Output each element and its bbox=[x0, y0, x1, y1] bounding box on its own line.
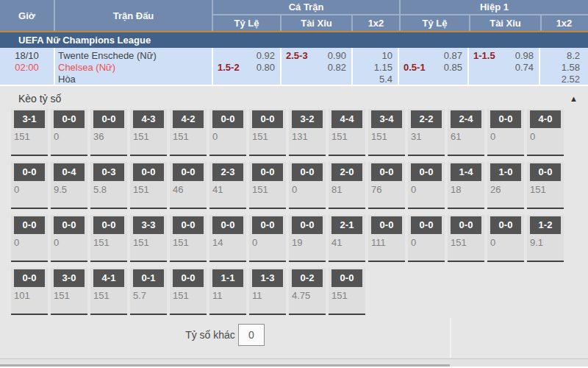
score-cell[interactable]: 3-4151 bbox=[368, 109, 405, 156]
score-cell[interactable]: 0-076 bbox=[368, 162, 405, 209]
score-cell[interactable]: 4-4151 bbox=[329, 109, 365, 156]
score-odds: 0 bbox=[487, 128, 524, 142]
score-cell[interactable]: 0-0151 bbox=[130, 162, 167, 209]
ht-over-odds[interactable]: 0.98 bbox=[515, 50, 534, 62]
score-cell[interactable]: 1-026 bbox=[487, 162, 524, 209]
draw-label[interactable]: Hòa bbox=[58, 74, 212, 85]
full-time-over-under-cell: 2.5-30.90 0.82 bbox=[282, 48, 353, 85]
score-cell[interactable]: 3-3151 bbox=[130, 215, 167, 262]
ht-1x2-home-odds[interactable]: 8.2 bbox=[540, 50, 580, 62]
score-cell[interactable]: 0-00 bbox=[487, 215, 524, 262]
ft-hdp-home-odds[interactable]: 0.92 bbox=[257, 50, 275, 62]
home-team[interactable]: Twente Enschede (Nữ) bbox=[58, 50, 212, 62]
score-cell[interactable]: 3-2131 bbox=[289, 109, 326, 156]
score-odds: 151 bbox=[329, 128, 365, 142]
score-cell[interactable]: 0-00 bbox=[51, 215, 87, 262]
other-score-input[interactable] bbox=[238, 324, 265, 346]
score-cell[interactable]: 1-311 bbox=[249, 268, 286, 315]
ht-1x2-away-odds[interactable]: 1.58 bbox=[540, 62, 580, 74]
score-cell[interactable]: 2-231 bbox=[408, 109, 445, 156]
score-cell[interactable]: 2-141 bbox=[329, 215, 365, 262]
score-cell[interactable]: 0-00 bbox=[11, 215, 48, 262]
score-cell[interactable]: 0-0101 bbox=[11, 268, 48, 315]
match-date: 18/10 bbox=[0, 50, 54, 62]
score-cell[interactable]: 2-461 bbox=[448, 109, 484, 156]
score-cell[interactable]: 0-0151 bbox=[249, 162, 286, 209]
score-cell[interactable]: 0-036 bbox=[90, 109, 127, 156]
score-cell[interactable]: 0-0151 bbox=[90, 215, 127, 262]
ft-under-odds[interactable]: 0.82 bbox=[328, 62, 346, 74]
ht-under-odds[interactable]: 0.74 bbox=[515, 62, 534, 74]
score-cell[interactable]: 3-0151 bbox=[51, 268, 87, 315]
score-cell[interactable]: 0-00 bbox=[209, 109, 246, 156]
score-chip: 0-0 bbox=[411, 216, 442, 234]
score-cell[interactable]: 0-00 bbox=[408, 162, 445, 209]
score-cell[interactable]: 0-046 bbox=[170, 162, 207, 209]
league-bar[interactable]: UEFA Nữ Champions League bbox=[0, 32, 588, 48]
score-odds: 151 bbox=[130, 234, 167, 248]
score-cell[interactable]: 0-0151 bbox=[170, 268, 207, 315]
score-cell[interactable]: 1-29.1 bbox=[527, 215, 564, 262]
score-cell[interactable]: 0-00 bbox=[249, 215, 286, 262]
ht-hdp-home-odds[interactable]: 0.87 bbox=[444, 50, 462, 62]
score-odds: 36 bbox=[90, 128, 127, 142]
score-cell[interactable]: 0-0151 bbox=[448, 215, 484, 262]
score-cell[interactable]: 0-00 bbox=[11, 162, 48, 209]
score-odds: 46 bbox=[170, 181, 207, 195]
score-odds: 0 bbox=[249, 234, 286, 248]
match-time-cell: 18/10 02:00 bbox=[0, 48, 55, 85]
score-cell[interactable]: 1-111 bbox=[209, 268, 246, 315]
score-cell[interactable]: 0-014 bbox=[209, 215, 246, 262]
score-chip: 0-0 bbox=[411, 163, 442, 181]
score-odds: 4.75 bbox=[289, 287, 326, 301]
score-cell[interactable]: 0-49.5 bbox=[51, 162, 87, 209]
score-row: 0-000-000-01513-31510-01510-0140-000-019… bbox=[11, 215, 588, 262]
score-chip: 2-1 bbox=[331, 216, 362, 234]
score-cell[interactable]: 4-2151 bbox=[170, 109, 207, 156]
score-cell[interactable]: 0-0151 bbox=[527, 162, 564, 209]
ft-hdp-away-odds[interactable]: 0.80 bbox=[257, 62, 275, 74]
score-odds: 151 bbox=[527, 181, 564, 195]
score-cell[interactable]: 0-0111 bbox=[368, 215, 405, 262]
score-cell[interactable]: 0-15.7 bbox=[130, 268, 167, 315]
score-cell[interactable]: 0-0151 bbox=[329, 268, 365, 315]
column-header-over-under: Tài Xỉu bbox=[470, 15, 542, 31]
ft-1x2-away-odds[interactable]: 1.15 bbox=[353, 62, 392, 74]
score-cell[interactable]: 1-418 bbox=[448, 162, 484, 209]
score-cell[interactable]: 4-1151 bbox=[90, 268, 127, 315]
score-chip: 0-0 bbox=[133, 163, 164, 181]
score-cell[interactable]: 4-00 bbox=[527, 109, 564, 156]
score-row: 3-11510-000-0364-31514-21510-000-01513-2… bbox=[11, 109, 588, 156]
score-cell[interactable]: 0-019 bbox=[289, 215, 326, 262]
ft-over-odds[interactable]: 0.90 bbox=[328, 50, 346, 62]
score-cell[interactable]: 4-3151 bbox=[130, 109, 167, 156]
ht-hdp-away-odds[interactable]: 0.85 bbox=[444, 62, 462, 74]
score-odds: 19 bbox=[289, 234, 326, 248]
score-cell[interactable]: 0-35.8 bbox=[90, 162, 127, 209]
score-cell[interactable]: 0-00 bbox=[408, 215, 445, 262]
score-chip: 3-4 bbox=[371, 110, 402, 128]
ft-1x2-draw-odds[interactable]: 5.4 bbox=[353, 74, 392, 85]
score-chip: 0-2 bbox=[292, 269, 323, 287]
score-odds: 151 bbox=[329, 287, 365, 301]
full-time-1x2-cell: 10 1.15 5.4 bbox=[353, 48, 399, 85]
score-cell[interactable]: 2-081 bbox=[329, 162, 365, 209]
score-odds: 11 bbox=[249, 287, 286, 301]
ht-1x2-draw-odds[interactable]: 2.52 bbox=[540, 74, 580, 85]
score-chip: 0-0 bbox=[292, 216, 323, 234]
score-cell[interactable]: 0-00 bbox=[51, 109, 87, 156]
score-cell[interactable]: 0-0151 bbox=[249, 109, 286, 156]
column-header-1x2: 1x2 bbox=[353, 15, 399, 31]
score-cell[interactable]: 0-24.75 bbox=[289, 268, 326, 315]
score-cell[interactable]: 0-00 bbox=[487, 109, 524, 156]
away-team[interactable]: Chelsea (Nữ) bbox=[58, 62, 212, 74]
score-chip: 0-0 bbox=[212, 216, 243, 234]
ft-1x2-home-odds[interactable]: 10 bbox=[353, 50, 392, 62]
score-cell[interactable]: 3-1151 bbox=[11, 109, 48, 156]
collapse-triangle-icon[interactable]: ▲ bbox=[570, 94, 578, 103]
score-cell[interactable]: 2-341 bbox=[209, 162, 246, 209]
score-cell[interactable]: 0-0151 bbox=[170, 215, 207, 262]
score-odds: 61 bbox=[448, 128, 484, 142]
score-cell[interactable]: 0-00 bbox=[289, 162, 326, 209]
other-score-row: Tỷ số khác bbox=[0, 324, 450, 346]
